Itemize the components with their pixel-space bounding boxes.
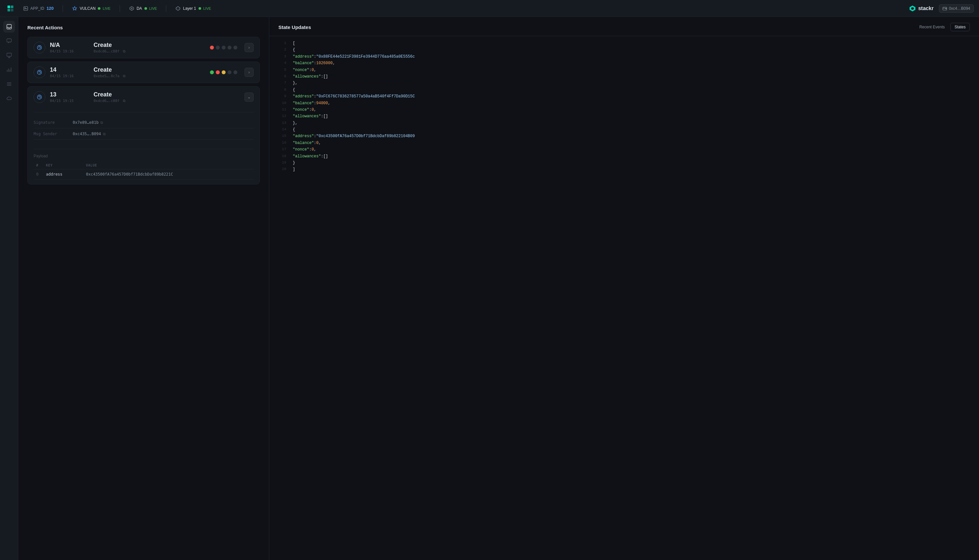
action-na-type: Create: [94, 42, 205, 48]
payload-section-13: Payload # KEY VALUE 0 add: [33, 149, 254, 180]
sidebar-icon-chat[interactable]: [3, 35, 15, 47]
da-status: LIVE: [149, 7, 157, 10]
sidebar-icon-inbox[interactable]: [3, 21, 15, 33]
action-na-expand-btn[interactable]: ›: [244, 43, 254, 52]
line-number: 5: [276, 67, 286, 73]
payload-table: # KEY VALUE 0 address 0xc43500fA76a457D0…: [33, 162, 254, 180]
code-token: :: [321, 73, 323, 80]
code-token: "address": [293, 93, 314, 100]
code-token: "0xc43500fA76a457D0bf71BdcbDaf89b822104B…: [316, 133, 415, 140]
svg-rect-10: [946, 8, 946, 9]
svg-marker-8: [131, 7, 133, 10]
code-token: "allowances": [293, 73, 321, 80]
code-token: "nonce": [293, 146, 309, 153]
code-editor: 1[2 {3 "address": "0x88FE44e5221F3981Fe3…: [269, 36, 979, 560]
copy-signature[interactable]: ⧉: [100, 120, 103, 125]
sidebar-icon-chart[interactable]: [3, 64, 15, 76]
topnav: APP_ID 120 VULCAN LIVE DA LIVE Layer 1 L…: [0, 0, 979, 17]
copy-msgsender[interactable]: ⧉: [103, 132, 105, 136]
payload-row-0-value: 0xc43500fA76a457D0bf71BdcbDaf89b8221C: [84, 169, 254, 180]
action-13-collapse-btn[interactable]: ⌄: [244, 93, 254, 102]
code-line: 14 {: [269, 127, 979, 133]
svg-rect-1: [11, 5, 13, 8]
sidebar-icon-list[interactable]: [3, 78, 15, 90]
topnav-right: stackr 0xc4…B094: [909, 4, 974, 13]
dot-2-14: [216, 70, 220, 74]
svg-rect-13: [7, 53, 12, 57]
code-token: "balance": [293, 60, 314, 67]
action-card-na[interactable]: N/A 04/15 19:16 Create 0xdcd6….c88f ⧉ ›: [27, 37, 260, 58]
signature-value: 0x7e89…e81b: [73, 120, 99, 125]
dot-3-14: [222, 70, 226, 74]
line-number: 15: [276, 133, 286, 140]
nav-divider-2: [120, 5, 120, 12]
action-14-expand-btn[interactable]: ›: [244, 68, 254, 77]
right-panel: State Updates Recent Events States 1[2 {…: [269, 17, 979, 560]
tab-group: Recent Events States: [915, 23, 970, 31]
code-line: 1[: [269, 40, 979, 47]
code-token: ,: [314, 107, 316, 113]
nav-app-id[interactable]: APP_ID 120: [23, 6, 53, 11]
action-na-date: 04/15 19:16: [50, 49, 89, 53]
vulcan-status: LIVE: [103, 7, 110, 10]
code-line: 7 },: [269, 80, 979, 86]
layer1-label: Layer 1: [183, 6, 196, 11]
app-logo[interactable]: [5, 3, 16, 14]
layer1-status-dot: [199, 7, 201, 10]
code-line: 4 "balance": 1026000,: [269, 60, 979, 67]
line-number: 12: [276, 113, 286, 120]
code-line: 20]: [269, 166, 979, 173]
code-token: :: [314, 133, 316, 140]
code-line: 18 "allowances": []: [269, 153, 979, 160]
code-token: "allowances": [293, 153, 321, 160]
code-line: 2 {: [269, 47, 979, 53]
code-line: 15 "address": "0xc43500fA76a457D0bf71Bdc…: [269, 133, 979, 140]
svg-rect-11: [7, 25, 12, 29]
dot-5-14: [234, 70, 237, 74]
line-number: 11: [276, 107, 286, 113]
line-number: 6: [276, 73, 286, 80]
copy-hash-14[interactable]: ⧉: [123, 74, 125, 78]
sidebar-icon-monitor[interactable]: [3, 50, 15, 61]
action-14-type: Create: [94, 67, 205, 73]
action-card-13[interactable]: 13 04/15 19:15 Create 0xdcd6….c88f ⧉ ⌄ S…: [27, 86, 260, 184]
nav-divider-3: [166, 5, 166, 12]
svg-point-14: [37, 46, 42, 50]
action-card-14[interactable]: 14 04/15 19:16 Create 0xebe5….8c7a ⧉ ›: [27, 62, 260, 83]
code-token: },: [293, 80, 297, 86]
code-line: 5 "nonce": 0,: [269, 67, 979, 73]
nav-vulcan[interactable]: VULCAN LIVE: [72, 6, 110, 11]
svg-rect-5: [25, 7, 26, 8]
code-token: "balance": [293, 140, 314, 146]
app-id-value: 120: [47, 6, 54, 11]
line-number: 14: [276, 127, 286, 133]
left-panel-title: Recent Actions: [27, 25, 260, 30]
wallet-value: 0xc4…B094: [949, 6, 970, 11]
left-panel: Recent Actions N/A 04/15 19:16 Create 0x…: [18, 17, 269, 560]
action-na-hash: 0xdcd6….c88f ⧉: [94, 49, 205, 53]
wallet-address[interactable]: 0xc4…B094: [939, 4, 974, 13]
tab-recent-events[interactable]: Recent Events: [915, 23, 949, 31]
code-token: :: [314, 100, 316, 107]
line-number: 18: [276, 153, 286, 160]
dot-2: [216, 46, 220, 50]
vulcan-status-dot: [98, 7, 100, 10]
code-token: 0: [312, 107, 314, 113]
msgsender-label: Msg Sender: [33, 132, 73, 136]
copy-hash-na[interactable]: ⧉: [123, 49, 125, 53]
line-number: 19: [276, 160, 286, 166]
action-14-meta: 14 04/15 19:16: [50, 67, 89, 78]
action-na-dots: [210, 46, 237, 50]
code-token: :: [309, 146, 311, 153]
sidebar-icon-cloud[interactable]: [3, 93, 15, 104]
code-token: ,: [314, 67, 316, 73]
code-token: "nonce": [293, 107, 309, 113]
nav-layer1[interactable]: Layer 1 LIVE: [175, 6, 211, 11]
copy-hash-13[interactable]: ⧉: [123, 99, 125, 103]
svg-rect-2: [7, 9, 10, 12]
app-id-label: APP_ID: [30, 6, 44, 11]
nav-da[interactable]: DA LIVE: [129, 6, 157, 11]
code-token: 0: [316, 140, 319, 146]
tab-states[interactable]: States: [950, 23, 970, 31]
action-14-type-block: Create 0xebe5….8c7a ⧉: [94, 67, 205, 78]
